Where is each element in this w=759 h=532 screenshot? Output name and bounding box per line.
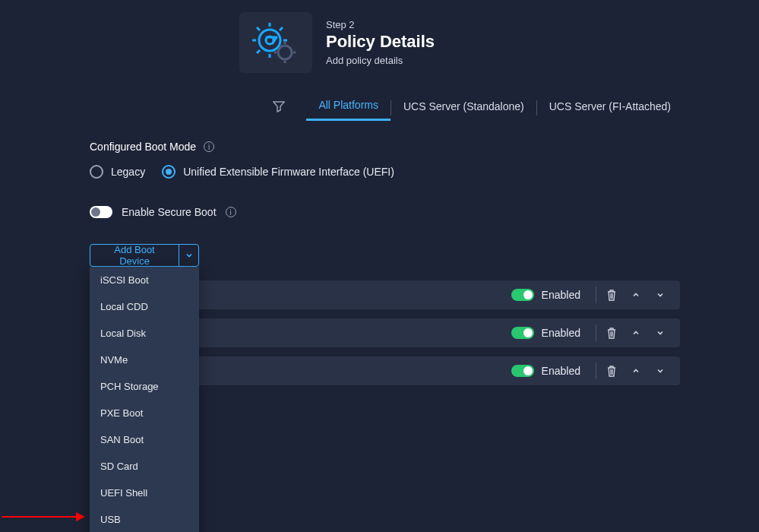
dropdown-item-iscsi-boot[interactable]: iSCSI Boot [90,267,199,293]
expand-icon[interactable] [648,359,672,382]
add-boot-device-dropdown: iSCSI BootLocal CDDLocal DiskNVMePCH Sto… [90,267,199,532]
add-boot-device-button[interactable]: Add Boot Device [90,244,199,267]
device-enabled-label: Enabled [542,327,580,339]
separator [596,325,596,341]
boot-mode-label-row: Configured Boot Mode i [90,141,680,153]
radio-label-legacy: Legacy [111,166,145,178]
boot-mode-label: Configured Boot Mode [90,141,196,153]
dropdown-item-usb[interactable]: USB [90,506,199,532]
filter-icon[interactable] [273,100,285,116]
dropdown-item-san-boot[interactable]: SAN Boot [90,426,199,453]
device-enabled-label: Enabled [542,289,580,301]
dropdown-item-nvme[interactable]: NVMe [90,347,199,373]
wizard-header: Step 2 Policy Details Add policy details [0,0,759,81]
boot-mode-uefi-radio[interactable]: Unified Extensible Firmware Interface (U… [162,165,394,179]
device-enabled-toggle[interactable] [511,289,534,301]
delete-icon[interactable] [599,283,624,306]
tab-all-platforms[interactable]: All Platforms [306,94,391,121]
dropdown-item-local-cdd[interactable]: Local CDD [90,293,199,320]
device-enabled-label: Enabled [542,365,580,377]
radio-unchecked-icon [90,165,103,179]
delete-icon[interactable] [599,359,624,382]
radio-checked-icon [162,165,176,179]
dropdown-item-uefi-shell[interactable]: UEFI Shell [90,480,199,506]
chevron-down-icon[interactable] [179,245,198,266]
policy-details-form: Configured Boot Mode i Legacy Unified Ex… [0,121,680,385]
svg-line-8 [257,50,260,53]
add-boot-device-label: Add Boot Device [90,244,179,267]
separator [596,363,596,379]
secure-boot-label: Enable Secure Boot [122,206,217,218]
svg-point-10 [278,46,292,59]
add-boot-device-wrap: Add Boot Device iSCSI BootLocal CDDLocal… [90,244,199,267]
boot-mode-radio-group: Legacy Unified Extensible Firmware Inter… [90,165,680,179]
svg-line-9 [280,27,283,30]
page-title: Policy Details [326,32,435,52]
move-up-icon[interactable] [624,359,648,382]
info-icon[interactable]: i [226,207,236,217]
secure-boot-row: Enable Secure Boot i [90,206,680,218]
separator [596,287,596,303]
move-up-icon[interactable] [624,283,648,306]
step-label: Step 2 [326,19,435,30]
platform-tabs: All Platforms UCS Server (Standalone) UC… [0,81,759,121]
info-icon[interactable]: i [204,141,214,152]
tab-ucs-fi-attached[interactable]: UCS Server (FI-Attached) [537,96,683,120]
policy-gear-icon [239,12,312,73]
boot-mode-legacy-radio[interactable]: Legacy [90,165,145,179]
device-enabled-toggle[interactable] [511,327,534,339]
expand-icon[interactable] [648,283,672,306]
dropdown-item-pch-storage[interactable]: PCH Storage [90,373,199,400]
dropdown-item-sd-card[interactable]: SD Card [90,453,199,480]
expand-icon[interactable] [648,321,672,344]
header-text-block: Step 2 Policy Details Add policy details [326,19,435,66]
dropdown-item-local-disk[interactable]: Local Disk [90,320,199,347]
move-up-icon[interactable] [624,321,648,344]
delete-icon[interactable] [599,321,624,344]
radio-label-uefi: Unified Extensible Firmware Interface (U… [183,166,394,178]
tab-ucs-standalone[interactable]: UCS Server (Standalone) [391,96,536,120]
page-subtitle: Add policy details [326,55,435,66]
svg-line-6 [257,27,260,30]
svg-point-0 [259,30,280,51]
device-enabled-toggle[interactable] [511,365,534,377]
dropdown-item-pxe-boot[interactable]: PXE Boot [90,400,199,426]
annotation-arrow [2,509,85,524]
secure-boot-toggle[interactable] [90,206,112,218]
